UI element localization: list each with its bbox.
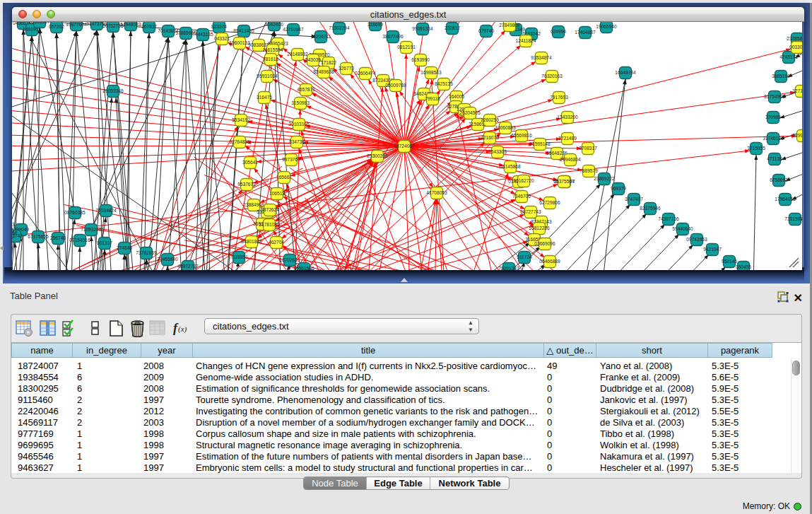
- svg-text:834738: 834738: [289, 139, 305, 144]
- svg-text:7889579: 7889579: [579, 168, 598, 173]
- svg-text:55812236: 55812236: [529, 226, 550, 230]
- svg-text:05466889: 05466889: [539, 259, 560, 264]
- svg-text:65185067: 65185067: [29, 22, 50, 24]
- svg-text:471138: 471138: [767, 156, 782, 161]
- svg-text:65569816: 65569816: [511, 133, 532, 138]
- svg-text:326773: 326773: [339, 66, 354, 71]
- svg-text:73515850: 73515850: [784, 216, 802, 221]
- svg-text:68727743: 68727743: [520, 209, 541, 214]
- svg-text:26053346: 26053346: [102, 88, 124, 93]
- svg-text:17464887: 17464887: [575, 30, 596, 35]
- svg-text:16998543: 16998543: [420, 70, 442, 75]
- svg-text:952145: 952145: [722, 259, 737, 264]
- svg-text:3747407: 3747407: [625, 197, 643, 201]
- svg-text:781618: 781618: [263, 57, 278, 62]
- svg-text:3685160: 3685160: [772, 74, 790, 78]
- svg-text:61595148: 61595148: [529, 141, 551, 146]
- svg-text:7543303: 7543303: [488, 149, 507, 154]
- svg-text:8721489: 8721489: [558, 136, 577, 141]
- svg-text:3271937: 3271937: [792, 88, 802, 93]
- svg-text:11615594: 11615594: [263, 47, 283, 52]
- svg-text:30103105: 30103105: [288, 122, 310, 127]
- svg-text:07154516: 07154516: [69, 238, 90, 243]
- svg-text:861317: 861317: [97, 240, 112, 245]
- svg-text:31781080: 31781080: [259, 222, 280, 227]
- svg-text:71902294: 71902294: [329, 25, 350, 30]
- svg-text:58867533: 58867533: [12, 222, 15, 227]
- svg-text:6193990: 6193990: [411, 57, 430, 62]
- svg-text:543039: 543039: [305, 57, 321, 62]
- svg-text:02606474: 02606474: [355, 71, 376, 76]
- svg-text:316475: 316475: [257, 95, 272, 100]
- svg-text:23884969: 23884969: [243, 202, 264, 207]
- svg-text:4216073: 4216073: [481, 135, 499, 140]
- svg-text:03669096: 03669096: [534, 241, 555, 246]
- svg-text:164005: 164005: [449, 94, 464, 99]
- svg-text:657262: 657262: [49, 24, 64, 29]
- svg-text:75204711: 75204711: [311, 34, 331, 39]
- svg-text:679740: 679740: [478, 28, 494, 33]
- svg-text:274846: 274846: [117, 245, 132, 250]
- svg-text:82175946: 82175946: [640, 206, 661, 211]
- svg-text:165667: 165667: [276, 175, 292, 180]
- svg-text:23869222: 23869222: [594, 176, 615, 181]
- svg-text:71093248: 71093248: [81, 227, 102, 232]
- svg-text:050455: 050455: [736, 264, 751, 269]
- svg-text:77034824: 77034824: [95, 208, 117, 213]
- svg-text:106513: 106513: [269, 191, 285, 196]
- svg-text:19065940: 19065940: [596, 24, 617, 29]
- svg-text:54145868: 54145868: [500, 164, 521, 169]
- svg-text:7917693: 7917693: [550, 95, 568, 100]
- svg-text:52991241: 52991241: [792, 133, 802, 138]
- svg-text:76320163: 76320163: [541, 74, 563, 78]
- svg-text:256746: 256746: [50, 235, 66, 240]
- svg-text:74443135: 74443135: [192, 32, 213, 37]
- svg-text:82489638: 82489638: [313, 69, 334, 74]
- svg-text:232812: 232812: [445, 25, 460, 30]
- svg-text:7028951: 7028951: [230, 255, 248, 259]
- svg-text:81754965: 81754965: [764, 94, 785, 99]
- svg-text:65648236: 65648236: [546, 151, 567, 156]
- svg-text:49877694: 49877694: [66, 22, 87, 27]
- svg-text:6758692: 6758692: [770, 177, 788, 182]
- svg-text:(x): (x): [178, 325, 187, 334]
- svg-text:318699: 318699: [367, 22, 383, 27]
- svg-text:367837: 367837: [141, 24, 157, 29]
- svg-text:74367136: 74367136: [658, 216, 679, 221]
- svg-text:4745171: 4745171: [779, 54, 798, 59]
- svg-text:78091343: 78091343: [498, 266, 519, 270]
- svg-text:31746120: 31746120: [763, 136, 784, 141]
- svg-text:043321: 043321: [214, 36, 230, 41]
- svg-text:42710947: 42710947: [283, 27, 304, 32]
- svg-text:63605766: 63605766: [12, 230, 18, 235]
- svg-text:23285884: 23285884: [787, 36, 802, 41]
- svg-text:3215955: 3215955: [747, 146, 765, 151]
- svg-text:95931034: 95931034: [257, 74, 278, 78]
- svg-text:54948083: 54948083: [120, 22, 141, 27]
- svg-text:99091334: 99091334: [412, 26, 433, 31]
- svg-text:9421047: 9421047: [703, 247, 722, 252]
- svg-text:41708053: 41708053: [426, 190, 447, 195]
- svg-text:5534192: 5534192: [232, 117, 250, 122]
- svg-text:003309: 003309: [789, 45, 802, 49]
- svg-text:18702621: 18702621: [279, 257, 300, 262]
- svg-text:16648784: 16648784: [615, 70, 636, 75]
- svg-text:19600133: 19600133: [229, 40, 250, 45]
- svg-text:84801845: 84801845: [241, 239, 262, 244]
- svg-text:7346706: 7346706: [512, 194, 531, 199]
- svg-text:969379: 969379: [611, 186, 626, 191]
- svg-text:2260256: 2260256: [481, 117, 499, 122]
- svg-text:9537672: 9537672: [237, 182, 256, 187]
- svg-text:823374: 823374: [211, 24, 227, 29]
- svg-text:34060883: 34060883: [495, 125, 516, 130]
- svg-text:21465840: 21465840: [157, 257, 178, 262]
- svg-text:171822: 171822: [321, 60, 336, 65]
- svg-text:18724007: 18724007: [394, 144, 415, 148]
- svg-text:32764835: 32764835: [229, 139, 250, 144]
- svg-text:27849808: 27849808: [499, 23, 520, 28]
- svg-text:59440640: 59440640: [672, 226, 693, 231]
- svg-text:799118: 799118: [425, 96, 440, 101]
- svg-text:67175655: 67175655: [28, 234, 49, 239]
- svg-text:65375564: 65375564: [553, 179, 575, 184]
- svg-text:45961586: 45961586: [293, 266, 314, 270]
